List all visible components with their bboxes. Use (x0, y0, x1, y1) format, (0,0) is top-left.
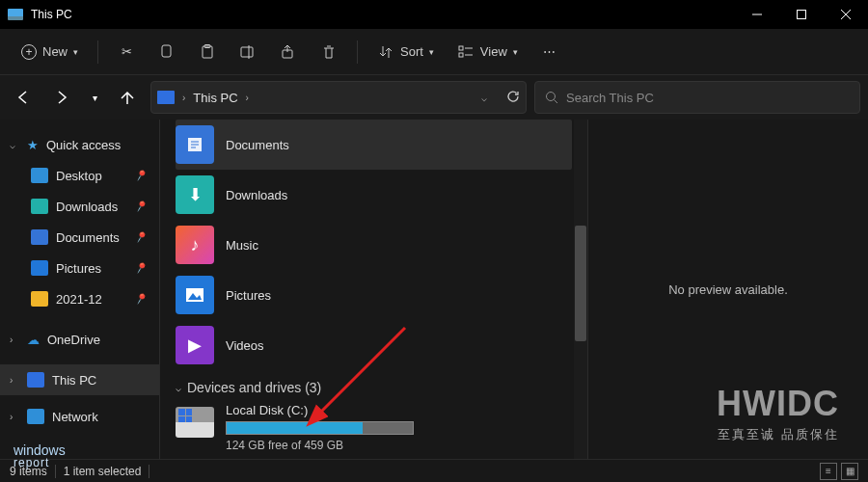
status-bar: 9 items 1 item selected ≡ ▦ (0, 459, 868, 482)
pin-icon: 📍 (132, 198, 150, 215)
chevron-right-icon: › (10, 335, 19, 345)
sidebar-item-network[interactable]: › Network (0, 401, 159, 432)
search-input[interactable] (566, 91, 850, 105)
svg-rect-10 (459, 46, 463, 50)
trash-icon (320, 43, 338, 61)
folder-documents[interactable]: Documents (176, 120, 572, 170)
maximize-icon (797, 10, 806, 19)
pin-icon: 📍 (132, 167, 150, 184)
view-label: View (480, 44, 507, 59)
star-icon: ★ (27, 138, 39, 152)
address-bar[interactable]: › This PC › ⌵ (150, 81, 527, 114)
status-selected-count: 1 item selected (64, 465, 142, 478)
sidebar-item-desktop[interactable]: Desktop 📍 (0, 160, 159, 191)
delete-button[interactable] (311, 36, 347, 68)
drive-usage-bar (226, 421, 414, 435)
chevron-right-icon: › (10, 375, 19, 386)
recent-locations-button[interactable]: ▾ (85, 82, 104, 113)
refresh-icon (506, 90, 520, 103)
titlebar: This PC (0, 0, 868, 29)
more-button[interactable]: ⋯ (531, 36, 568, 68)
sidebar-item-documents[interactable]: Documents 📍 (0, 222, 159, 253)
share-button[interactable] (270, 36, 307, 68)
new-button[interactable]: + New ▾ (12, 36, 88, 68)
folder-music[interactable]: ♪ Music (176, 220, 572, 270)
drive-icon (176, 407, 214, 438)
sidebar-label: Pictures (56, 261, 101, 276)
toolbar: + New ▾ ✂ Sort ▾ View ▾ ⋯ (0, 29, 868, 75)
sidebar-item-downloads[interactable]: Downloads 📍 (0, 191, 159, 222)
tiles-view-icon: ▦ (846, 466, 854, 476)
maximize-button[interactable] (779, 0, 824, 29)
chevron-down-icon: ▾ (429, 47, 434, 57)
navigation-row: ▾ › This PC › ⌵ (0, 75, 868, 120)
toolbar-separator (97, 40, 98, 64)
group-header-devices[interactable]: ⌵ Devices and drives (3) (160, 370, 587, 399)
close-icon (841, 10, 851, 19)
folder-pictures[interactable]: Pictures (176, 270, 572, 320)
folder-downloads[interactable]: ⬇ Downloads (176, 170, 572, 220)
cut-button[interactable]: ✂ (108, 36, 145, 68)
search-box[interactable] (534, 81, 860, 114)
sidebar-label: This PC (52, 373, 96, 388)
details-view-button[interactable]: ≡ (820, 463, 837, 480)
svg-line-15 (555, 100, 558, 104)
sidebar-item-onedrive[interactable]: › ☁ OneDrive (0, 324, 159, 355)
breadcrumb-location[interactable]: This PC (193, 91, 237, 105)
view-icon (457, 43, 475, 61)
downloads-icon (31, 199, 48, 214)
this-pc-icon (27, 372, 44, 388)
chevron-down-icon: ▾ (73, 47, 78, 57)
folder-label: Downloads (226, 188, 287, 202)
downloads-icon: ⬇ (176, 175, 214, 214)
cut-icon: ✂ (118, 43, 135, 61)
music-icon: ♪ (176, 226, 214, 264)
sidebar-item-pictures[interactable]: Pictures 📍 (0, 253, 159, 283)
drive-usage-fill (227, 422, 363, 434)
minimize-button[interactable] (735, 0, 779, 29)
search-icon (545, 91, 558, 104)
watermark-cn: 至真至诚 品质保住 (718, 426, 839, 443)
view-button[interactable]: View ▾ (448, 36, 528, 68)
scrollbar-thumb[interactable] (575, 226, 586, 341)
share-icon (280, 43, 297, 61)
close-button[interactable] (824, 0, 868, 29)
sidebar-item-this-pc[interactable]: › This PC (0, 364, 159, 395)
sidebar-item-2021-12[interactable]: 2021-12 📍 (0, 283, 159, 314)
svg-rect-7 (241, 47, 253, 57)
watermark-hwidc: HWIDC (717, 384, 839, 424)
this-pc-icon (8, 9, 23, 20)
sidebar-item-quick-access[interactable]: ⌵ ★ Quick access (0, 129, 159, 160)
drive-local-disk-c[interactable]: Local Disk (C:) 124 GB free of 459 GB (160, 399, 587, 456)
paste-button[interactable] (189, 36, 226, 68)
drive-name: Local Disk (C:) (226, 403, 308, 417)
folder-icon (31, 291, 48, 307)
arrow-up-icon (121, 91, 134, 104)
chevron-right-icon: › (10, 412, 19, 422)
plus-circle-icon: + (21, 44, 37, 60)
sidebar-label: Network (52, 410, 98, 424)
back-button[interactable] (8, 82, 39, 113)
more-icon: ⋯ (541, 43, 558, 61)
window-title: This PC (31, 8, 735, 21)
forward-button[interactable] (46, 82, 77, 113)
chevron-down-icon: ⌵ (176, 383, 181, 393)
arrow-right-icon (55, 91, 68, 104)
pictures-icon (176, 276, 214, 314)
sort-button[interactable]: Sort ▾ (367, 36, 444, 68)
copy-button[interactable] (149, 36, 185, 68)
folder-videos[interactable]: ▶ Videos (176, 320, 572, 370)
pictures-icon (31, 260, 48, 276)
chevron-down-icon[interactable]: ⌵ (481, 93, 487, 103)
svg-rect-12 (459, 53, 463, 57)
tiles-view-button[interactable]: ▦ (841, 463, 858, 480)
refresh-button[interactable] (506, 90, 520, 106)
rename-icon (239, 43, 257, 61)
onedrive-icon: ☁ (27, 333, 40, 347)
up-button[interactable] (112, 82, 143, 113)
details-view-icon: ≡ (826, 466, 831, 476)
rename-button[interactable] (230, 36, 266, 68)
sidebar-label: Documents (56, 230, 120, 245)
vertical-scrollbar[interactable] (574, 120, 587, 459)
content-area: Documents ⬇ Downloads ♪ Music Pictures ▶… (159, 120, 588, 459)
